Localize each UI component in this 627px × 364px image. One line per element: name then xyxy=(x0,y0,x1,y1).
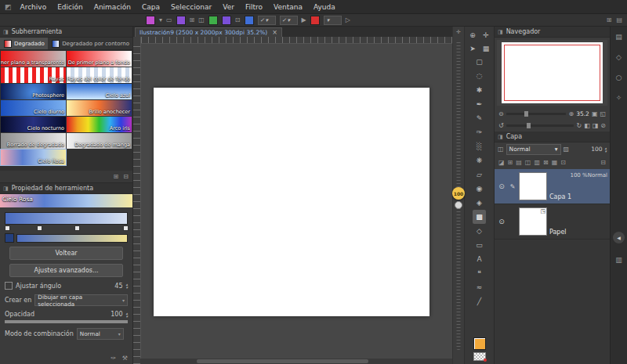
wrench-icon[interactable]: ⚒ xyxy=(122,355,128,362)
visibility-eye-icon[interactable]: ⊙ xyxy=(497,182,506,190)
zoom-slider[interactable] xyxy=(506,113,567,115)
angle-spinner[interactable]: ▴▾ xyxy=(125,283,128,289)
voltear-button[interactable]: Voltear xyxy=(9,247,123,260)
opacity-spinner[interactable]: ▴▾ xyxy=(125,312,128,318)
layer-opacity-value[interactable]: 100 xyxy=(591,146,602,153)
modo-combinacion-select[interactable]: Normal ▾ xyxy=(77,328,124,340)
swatch-green[interactable] xyxy=(208,16,218,25)
horizontal-scrollbar[interactable] xyxy=(140,359,452,364)
layer-mask-icon[interactable]: ▥ xyxy=(534,159,540,166)
tool-eraser[interactable]: ▱ xyxy=(473,168,486,182)
gradient-preset[interactable]: Rayas xyxy=(1,67,66,83)
shape-panel-icon[interactable]: ◇ xyxy=(616,53,622,61)
tool-gradient[interactable]: ▩ xyxy=(473,210,486,224)
transfer-layer-icon[interactable]: ▤ xyxy=(516,159,522,166)
shape-icon[interactable]: ▭ xyxy=(166,16,172,24)
layer-row-capa1[interactable]: ⊙ ✎ 100 %Normal Capa 1 xyxy=(495,169,610,204)
flip-horizontal-icon[interactable]: ◧ xyxy=(584,122,590,129)
layer-name[interactable]: Capa 1 xyxy=(549,193,607,200)
frame-icon[interactable]: ⊡ xyxy=(235,16,241,24)
gradient-preset[interactable]: Borrado de degradado xyxy=(1,133,66,149)
navigator-header[interactable]: ◨ Navegador xyxy=(495,27,610,38)
gradient-stop[interactable] xyxy=(5,225,10,231)
gradient-preset[interactable]: Brillo anochecer xyxy=(67,100,132,116)
tool-auto-select[interactable]: ✱ xyxy=(473,83,486,97)
circle-panel-icon[interactable]: ○ xyxy=(616,74,622,81)
visibility-eye-icon[interactable]: ⊙ xyxy=(497,218,506,225)
flip-vertical-icon[interactable]: ◨ xyxy=(593,122,599,129)
rotation-slider[interactable] xyxy=(506,124,574,127)
gradient-stop[interactable] xyxy=(37,225,42,231)
gradient-preset[interactable]: Rayas del color de fondo xyxy=(67,67,132,83)
actual-size-icon[interactable]: ◱ xyxy=(600,110,606,117)
tab-degradado-contorno[interactable]: Degradado por contorno xyxy=(48,38,132,49)
gradient-preset[interactable]: Photosphere xyxy=(1,84,66,99)
transparent-color-swatch[interactable] xyxy=(473,352,486,361)
tool-pen[interactable]: ✒ xyxy=(473,97,486,111)
navigator-preview[interactable] xyxy=(502,42,603,103)
navigator-view-rect[interactable] xyxy=(504,45,600,101)
menu-capa[interactable]: Capa xyxy=(136,3,165,11)
gradient-preset[interactable]: De primer plano a transparente xyxy=(1,51,66,67)
slider-subknob[interactable] xyxy=(455,201,462,209)
snap-dropdown-2[interactable]: ✓▾ xyxy=(280,16,298,25)
tool-swatch-violet[interactable] xyxy=(176,16,186,25)
menu-ver[interactable]: Ver xyxy=(217,3,240,11)
new-folder-icon[interactable]: ⊞ xyxy=(508,159,513,166)
menu-filtro[interactable]: Filtro xyxy=(240,3,268,11)
tool-frame[interactable]: ▭ xyxy=(473,238,486,252)
tool-zoom[interactable]: ⊕ xyxy=(466,28,480,41)
fit-screen-icon[interactable]: ▣ xyxy=(592,110,598,117)
tool-figure[interactable]: ◇ xyxy=(473,224,486,238)
tool-balloon[interactable]: ❝ xyxy=(473,266,486,280)
blend-mode-select[interactable]: Normal ▾ xyxy=(506,144,561,155)
add-subtool-icon[interactable]: ⊞ xyxy=(114,173,119,180)
foreground-color-swatch[interactable] xyxy=(473,337,486,350)
sparkle-panel-icon[interactable]: ✧ xyxy=(616,94,622,102)
tool-select-layer[interactable]: ▦ xyxy=(480,41,493,55)
blend-combo-icon[interactable]: ◫ xyxy=(498,146,504,153)
tool-brush[interactable]: ✑ xyxy=(473,125,486,139)
delete-layer-icon[interactable]: ⊟ xyxy=(600,159,606,166)
dropdown-arrow-icon[interactable]: ▾ xyxy=(159,16,162,24)
snap-dropdown[interactable]: ✓▾ xyxy=(258,16,276,25)
gradient-preset[interactable]: De primer plano a fondo xyxy=(67,51,132,67)
tool-move[interactable]: ✛ xyxy=(480,28,493,41)
step-icon[interactable]: ▷ xyxy=(346,16,350,24)
canvas[interactable] xyxy=(154,88,429,316)
close-tab-icon[interactable]: × xyxy=(272,29,277,36)
clip-layer-icon[interactable]: ⊠ xyxy=(543,159,549,166)
tool-decoration[interactable]: ❋ xyxy=(473,153,486,168)
tool-lasso[interactable]: ◌ xyxy=(473,69,486,83)
rotate-right-icon[interactable]: ↻ xyxy=(576,122,582,129)
layer-thumbnail[interactable] xyxy=(519,172,547,200)
gradient-preset-selected[interactable]: Cielo Rosa xyxy=(1,150,66,165)
gradient-preset[interactable]: Arco iris xyxy=(67,117,132,132)
tab-degradado[interactable]: Degradado xyxy=(0,38,48,49)
tool-fill[interactable]: ◈ xyxy=(473,196,486,210)
document-tab[interactable]: Ilustración9 (2500 x 2000px 300dpi 35.2%… xyxy=(135,27,282,37)
menu-edicion[interactable]: Edición xyxy=(52,3,89,11)
angle-value[interactable]: 45 xyxy=(114,283,122,290)
gradient-preset[interactable]: Degradado de manga xyxy=(67,133,132,149)
tool-operation[interactable]: ➤ xyxy=(466,41,480,55)
palette-dock-icon[interactable]: ▤ xyxy=(616,16,622,24)
layer-thumbnail[interactable]: ◳ xyxy=(519,207,547,236)
opacity-value[interactable]: 100 xyxy=(111,311,122,318)
menu-archivo[interactable]: Archivo xyxy=(15,3,53,11)
tool-ruler[interactable]: ╱ xyxy=(473,294,486,308)
tool-pencil[interactable]: ✎ xyxy=(473,111,486,125)
option-dropdown[interactable]: ▾ xyxy=(324,16,342,25)
opacity-slider[interactable] xyxy=(5,320,128,323)
subtool-panel-header[interactable]: ◨ Subherramienta xyxy=(0,27,132,38)
ajustar-angulo-checkbox[interactable] xyxy=(5,282,13,290)
zoom-out-icon[interactable]: ⊖ xyxy=(498,110,504,117)
reset-view-icon[interactable]: ⊘ xyxy=(600,122,606,129)
zoom-in-icon[interactable]: ⊕ xyxy=(568,110,574,117)
scrollbar-thumb[interactable] xyxy=(197,359,368,363)
new-layer-icon[interactable]: ◪ xyxy=(498,159,505,166)
eyedropper-icon[interactable]: ✑ xyxy=(111,355,116,362)
menu-ayuda[interactable]: Ayuda xyxy=(308,3,341,11)
swatch-blue[interactable] xyxy=(245,16,254,25)
gradient-stop[interactable] xyxy=(74,225,80,231)
